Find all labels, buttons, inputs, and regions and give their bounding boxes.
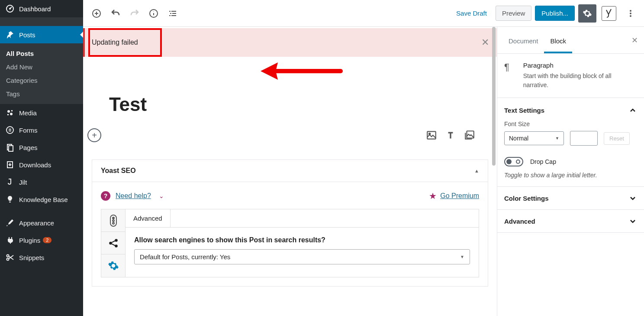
sidebar-label: Dashboard [19, 5, 51, 13]
yoast-readability-tab[interactable] [101, 209, 125, 232]
sidebar-label: Snippets [19, 254, 44, 261]
yoast-index-select[interactable]: Default for Posts, currently: Yes [134, 249, 470, 264]
plugins-badge: 2 [43, 237, 52, 243]
block-type-description: Start with the building block of all nar… [523, 72, 637, 90]
tab-block[interactable]: Block [544, 30, 572, 53]
yoast-seo-panel: Yoast SEO ▲ ? Need help? ⌄ ★ Go Premium [92, 160, 488, 287]
sidebar-item-pages[interactable]: Pages [0, 139, 83, 156]
yoast-social-tab[interactable] [101, 232, 125, 254]
sidebar-label: Downloads [19, 161, 51, 169]
svg-rect-19 [171, 15, 176, 16]
svg-point-20 [630, 10, 631, 12]
image-block-icon[interactable] [426, 130, 437, 141]
sidebar-item-plugins[interactable]: Plugins 2 [0, 231, 83, 249]
panel-close-button[interactable]: ✕ [631, 36, 638, 45]
svg-point-4 [6, 127, 13, 134]
star-icon: ★ [429, 191, 437, 201]
lightbulb-icon [5, 195, 15, 204]
sidebar-sub-add-new[interactable]: Add New [0, 60, 83, 74]
advanced-settings-header[interactable]: Advanced [497, 210, 644, 233]
block-type-title: Paragraph [523, 62, 637, 69]
jilt-icon [5, 178, 15, 186]
svg-rect-8 [9, 146, 13, 151]
text-settings-header[interactable]: Text Settings [504, 106, 637, 114]
svg-point-2 [7, 110, 10, 113]
plug-icon [5, 236, 15, 244]
drop-cap-toggle[interactable] [504, 157, 523, 166]
sidebar-item-knowledge-base[interactable]: Knowledge Base [0, 191, 83, 208]
pages-icon [5, 143, 15, 152]
undo-button[interactable] [106, 4, 125, 23]
sidebar-item-media[interactable]: Media [0, 104, 83, 121]
sidebar-sub-tags[interactable]: Tags [0, 87, 83, 101]
sidebar-sub-all-posts[interactable]: All Posts [0, 47, 83, 60]
font-size-select[interactable]: Normal [504, 131, 564, 145]
yoast-panel-header[interactable]: Yoast SEO ▲ [92, 160, 488, 182]
font-size-number-input[interactable] [570, 131, 598, 146]
yoast-button[interactable] [602, 6, 616, 21]
notice-dismiss-button[interactable]: ✕ [481, 37, 489, 48]
sidebar-label: Media [19, 109, 37, 117]
yoast-advanced-tab[interactable] [101, 254, 125, 277]
yoast-question-label: Allow search engines to show this Post i… [134, 236, 470, 244]
sidebar-label: Appearance [19, 219, 54, 227]
chevron-down-icon [628, 194, 637, 202]
editor-toolbar: Save Draft Preview Publish... [83, 0, 644, 27]
sidebar-item-appearance[interactable]: Appearance [0, 214, 83, 231]
svg-point-27 [113, 217, 114, 219]
need-help-link[interactable]: Need help? [116, 192, 151, 200]
main: Save Draft Preview Publish... Updating f… [83, 0, 644, 316]
publish-button[interactable]: Publish... [535, 6, 575, 21]
color-settings-header[interactable]: Color Settings [497, 187, 644, 210]
redo-button[interactable] [126, 4, 144, 23]
save-draft-button[interactable]: Save Draft [451, 6, 492, 20]
svg-rect-17 [172, 13, 176, 14]
sidebar-label: Plugins [19, 237, 40, 244]
forms-icon [5, 126, 15, 134]
settings-panel: Document Block ✕ ¶ Paragraph Start with … [497, 27, 644, 316]
yoast-subtab-advanced[interactable]: Advanced [125, 209, 171, 227]
notice-text: Updating failed [92, 39, 138, 46]
svg-point-3 [10, 113, 13, 115]
svg-point-21 [630, 13, 631, 14]
scissors-icon [5, 253, 15, 262]
drop-cap-label: Drop Cap [530, 158, 556, 165]
svg-rect-5 [9, 129, 11, 130]
svg-rect-6 [9, 130, 11, 131]
sidebar-item-downloads[interactable]: Downloads [0, 156, 83, 173]
sidebar-sub-categories[interactable]: Categories [0, 74, 83, 87]
settings-button[interactable] [578, 4, 596, 23]
heading-block-icon[interactable] [445, 130, 456, 141]
svg-point-30 [109, 241, 112, 244]
help-icon: ? [101, 191, 110, 201]
sidebar-item-forms[interactable]: Forms [0, 121, 83, 139]
tab-document[interactable]: Document [502, 30, 544, 53]
svg-rect-16 [170, 13, 171, 14]
chevron-down-icon: ⌄ [159, 192, 164, 199]
svg-point-1 [9, 8, 11, 10]
sidebar-item-posts[interactable]: Posts [0, 26, 83, 43]
svg-point-29 [113, 222, 114, 224]
scrollbar[interactable] [491, 27, 497, 316]
post-title-input[interactable]: Test [109, 94, 471, 115]
sidebar-item-dashboard[interactable]: Dashboard [0, 0, 83, 17]
svg-rect-15 [171, 11, 176, 12]
sidebar-label: Pages [19, 144, 38, 151]
error-notice: Updating failed ✕ [83, 28, 497, 57]
collapse-icon: ▲ [474, 168, 479, 173]
add-block-inline-button[interactable]: + [87, 128, 101, 142]
more-menu-button[interactable] [621, 4, 640, 23]
reset-button[interactable]: Reset [604, 132, 630, 145]
info-button[interactable] [145, 4, 163, 23]
go-premium-link[interactable]: Go Premium [440, 192, 479, 200]
admin-sidebar: Dashboard Posts All Posts Add New Catego… [0, 0, 83, 316]
sidebar-item-snippets[interactable]: Snippets [0, 249, 83, 266]
sidebar-submenu-posts: All Posts Add New Categories Tags [0, 43, 83, 104]
add-block-button[interactable] [87, 4, 106, 23]
preview-button[interactable]: Preview [496, 6, 531, 21]
svg-point-32 [115, 244, 118, 248]
sidebar-label: Jilt [19, 179, 27, 186]
outline-button[interactable] [164, 4, 182, 23]
gallery-block-icon[interactable] [464, 130, 475, 141]
sidebar-item-jilt[interactable]: Jilt [0, 173, 83, 191]
